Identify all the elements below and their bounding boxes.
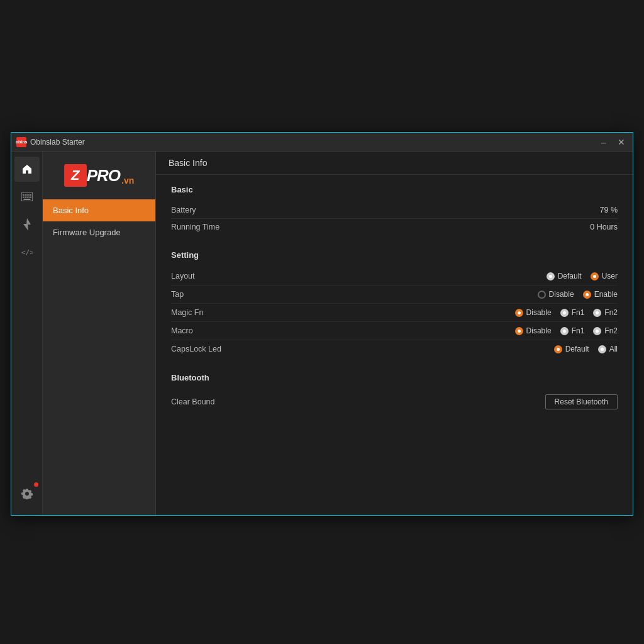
tap-disable-option[interactable]: Disable: [538, 290, 574, 299]
macro-label: Macro: [171, 326, 515, 335]
capslock-led-label: CapsLock Led: [171, 345, 554, 353]
magic-fn-disable-option[interactable]: Disable: [515, 308, 552, 317]
main-layout: </> Z PRO .vn: [11, 152, 633, 515]
svg-text:</>: </>: [21, 248, 33, 257]
magic-fn-fn2-option[interactable]: Fn2: [593, 308, 618, 317]
basic-section-title: Basic: [171, 185, 618, 194]
svg-rect-3: [26, 194, 28, 196]
capslock-all-option[interactable]: All: [598, 345, 618, 353]
bluetooth-row: Clear Bound Reset Bluetooth: [171, 390, 618, 414]
window-controls: – ✕: [597, 136, 628, 148]
magic-fn-radio-group: Disable Fn1 Fn2: [515, 308, 618, 317]
layout-default-option[interactable]: Default: [547, 272, 582, 280]
setting-section-title: Setting: [171, 250, 618, 260]
svg-rect-8: [26, 197, 28, 198]
magic-fn-disable-label: Disable: [526, 308, 552, 317]
keyboard-icon-button[interactable]: [14, 184, 40, 209]
sidebar-menu: Z PRO .vn Basic Info Firmware Upgrade: [43, 152, 156, 515]
macro-fn2-option[interactable]: Fn2: [593, 326, 618, 335]
tap-enable-label: Enable: [594, 290, 618, 299]
logo-area: Z PRO .vn: [43, 152, 155, 199]
macro-fn2-radio[interactable]: [593, 327, 601, 335]
svg-rect-7: [25, 197, 26, 198]
macro-disable-label: Disable: [526, 326, 552, 335]
sidebar-item-firmware-upgrade[interactable]: Firmware Upgrade: [43, 221, 155, 243]
clear-bound-label: Clear Bound: [171, 397, 545, 406]
macro-fn1-label: Fn1: [572, 326, 585, 335]
capslock-led-radio-group: Default All: [554, 345, 618, 353]
magic-fn-disable-radio[interactable]: [515, 309, 523, 317]
running-time-row: Running Time 0 Hours: [171, 219, 618, 235]
battery-label: Battery: [171, 206, 600, 214]
battery-row: Battery 79 %: [171, 202, 618, 219]
macro-fn2-label: Fn2: [604, 326, 618, 335]
tap-row: Tap Disable Enable: [171, 286, 618, 304]
logo-z: Z: [64, 164, 87, 187]
running-time-label: Running Time: [171, 223, 590, 231]
layout-default-radio[interactable]: [547, 272, 555, 280]
content-body: Basic Battery 79 % Running Time 0 Hours …: [156, 175, 633, 439]
svg-rect-10: [30, 197, 31, 198]
tap-disable-label: Disable: [549, 290, 574, 299]
minimize-button[interactable]: –: [597, 136, 610, 148]
svg-rect-1: [23, 194, 24, 196]
app-icon: obins: [16, 137, 26, 147]
magic-fn-fn2-radio[interactable]: [593, 309, 601, 317]
layout-radio-group: Default User: [547, 272, 618, 280]
title-bar-logo: obins Obinslab Starter: [16, 137, 85, 147]
capslock-default-option[interactable]: Default: [554, 345, 589, 353]
magic-fn-label: Magic Fn: [171, 308, 515, 317]
layout-label: Layout: [171, 272, 547, 280]
app-window: obins Obinslab Starter – ✕: [11, 132, 633, 516]
setting-section: Setting Layout Default: [171, 250, 618, 358]
svg-rect-9: [28, 197, 30, 198]
capslock-all-radio[interactable]: [598, 345, 606, 353]
settings-icon-button[interactable]: [14, 481, 40, 506]
magic-fn-fn1-radio[interactable]: [560, 309, 569, 317]
home-icon-button[interactable]: [14, 157, 40, 182]
app-title: Obinslab Starter: [30, 138, 85, 147]
macro-row: Macro Disable Fn1: [171, 322, 618, 340]
magic-fn-fn1-label: Fn1: [572, 308, 585, 317]
title-bar: obins Obinslab Starter – ✕: [11, 133, 633, 152]
capslock-default-radio[interactable]: [554, 345, 562, 353]
sidebar-icons: </>: [11, 152, 43, 515]
magic-fn-fn1-option[interactable]: Fn1: [560, 308, 585, 317]
tap-radio-group: Disable Enable: [538, 290, 618, 299]
tap-label: Tap: [171, 290, 538, 299]
macro-radio-group: Disable Fn1 Fn2: [515, 326, 618, 335]
capslock-led-row: CapsLock Led Default All: [171, 340, 618, 358]
layout-user-option[interactable]: User: [591, 272, 618, 280]
magic-fn-fn2-label: Fn2: [604, 308, 618, 317]
running-time-value: 0 Hours: [590, 223, 618, 231]
lighting-icon-button[interactable]: [14, 212, 40, 237]
layout-row: Layout Default User: [171, 267, 618, 286]
close-button[interactable]: ✕: [615, 136, 628, 148]
macro-icon-button[interactable]: </>: [14, 240, 40, 265]
content-header: Basic Info: [156, 152, 633, 175]
sidebar-item-basic-info[interactable]: Basic Info: [43, 199, 155, 221]
svg-rect-4: [28, 194, 30, 196]
svg-rect-11: [23, 199, 30, 200]
svg-rect-5: [30, 194, 31, 196]
logo-pro: PRO: [87, 166, 120, 186]
capslock-default-label: Default: [565, 345, 589, 353]
bluetooth-section-title: Bluetooth: [171, 373, 618, 382]
capslock-all-label: All: [609, 345, 618, 353]
tap-enable-radio[interactable]: [583, 291, 591, 299]
content-area: Basic Info Basic Battery 79 % Running Ti…: [156, 152, 633, 515]
magic-fn-row: Magic Fn Disable Fn1: [171, 304, 618, 322]
macro-fn1-option[interactable]: Fn1: [560, 326, 585, 335]
macro-fn1-radio[interactable]: [560, 327, 569, 335]
basic-section: Basic Battery 79 % Running Time 0 Hours: [171, 185, 618, 235]
layout-user-label: User: [602, 272, 618, 280]
bluetooth-section: Bluetooth Clear Bound Reset Bluetooth: [171, 373, 618, 414]
svg-rect-2: [25, 194, 26, 196]
macro-disable-option[interactable]: Disable: [515, 326, 552, 335]
tap-disable-radio[interactable]: [538, 291, 546, 299]
tap-enable-option[interactable]: Enable: [583, 290, 618, 299]
macro-disable-radio[interactable]: [515, 327, 523, 335]
layout-user-radio[interactable]: [591, 272, 599, 280]
reset-bluetooth-button[interactable]: Reset Bluetooth: [545, 394, 618, 409]
battery-value: 79 %: [600, 206, 618, 214]
